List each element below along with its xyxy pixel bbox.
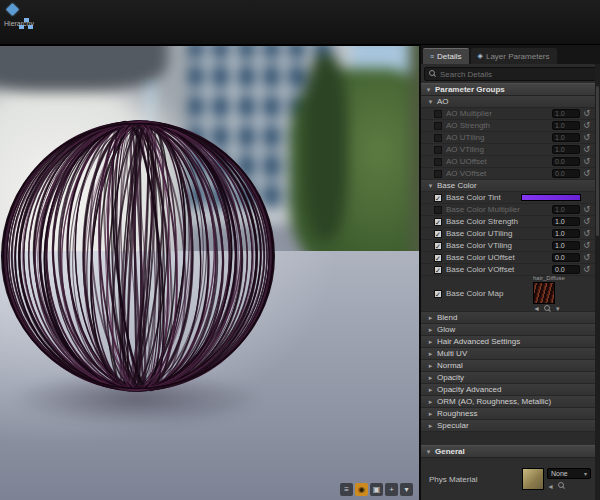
- viewport-toolbar-button-preview[interactable]: ◉: [355, 483, 368, 496]
- viewport-toolbar-button-environment[interactable]: ▣: [370, 483, 383, 496]
- reset-icon[interactable]: ↺: [582, 229, 591, 238]
- phys-material-thumbnail[interactable]: [522, 468, 544, 490]
- chevron-right-icon: ▸: [427, 350, 434, 358]
- chevron-down-icon: ▾: [427, 98, 434, 106]
- value-input[interactable]: 0.0: [552, 253, 580, 262]
- group-header-base-color[interactable]: ▾Base Color: [421, 180, 595, 192]
- group-header-opacity[interactable]: ▸Opacity: [421, 372, 595, 384]
- reset-icon[interactable]: ↺: [582, 265, 591, 274]
- group-header-ao[interactable]: ▾AO: [421, 96, 595, 108]
- reset-icon[interactable]: ↺: [582, 145, 591, 154]
- value-input[interactable]: 0.0: [552, 157, 580, 166]
- reset-icon[interactable]: ↺: [582, 121, 591, 130]
- group-header-glow[interactable]: ▸Glow: [421, 324, 595, 336]
- search-icon: [429, 70, 437, 78]
- override-checkbox[interactable]: [434, 134, 442, 142]
- search-input[interactable]: [440, 70, 592, 79]
- reset-icon[interactable]: ↺: [582, 169, 591, 178]
- override-checkbox[interactable]: [434, 158, 442, 166]
- override-checkbox[interactable]: [434, 206, 442, 214]
- group-label: Blend: [437, 313, 457, 322]
- reset-icon[interactable]: ↺: [582, 157, 591, 166]
- viewport-toolbar-button-stats[interactable]: +: [385, 483, 398, 496]
- value-input[interactable]: 1.0: [552, 241, 580, 250]
- texture-thumbnail[interactable]: [533, 282, 555, 304]
- group-label: Opacity Advanced: [437, 385, 501, 394]
- reset-icon[interactable]: ↺: [582, 205, 591, 214]
- parameter-groups-list: ▾AOAO Multiplier1.0↺AO Strength1.0↺AO UT…: [421, 96, 595, 432]
- override-checkbox[interactable]: ✓: [434, 290, 442, 298]
- viewport-toolbar-button-options[interactable]: ▾: [400, 483, 413, 496]
- group-header-orm-ao-roughness-metallic[interactable]: ▸ORM (AO, Roughness, Metallic): [421, 396, 595, 408]
- value-input[interactable]: 1.0: [552, 229, 580, 238]
- value-input[interactable]: 0.0: [552, 169, 580, 178]
- chevron-down-icon[interactable]: ▾: [556, 305, 560, 312]
- tab-details-label: Details: [437, 52, 461, 61]
- override-checkbox[interactable]: [434, 110, 442, 118]
- value-input[interactable]: 1.0: [552, 205, 580, 214]
- override-checkbox[interactable]: [434, 146, 442, 154]
- details-tab-icon: ≡: [430, 53, 434, 60]
- value-input[interactable]: 1.0: [552, 121, 580, 130]
- hierarchy-button[interactable]: Hierarchy: [0, 18, 38, 27]
- chevron-right-icon: ▸: [427, 374, 434, 382]
- override-checkbox[interactable]: [434, 122, 442, 130]
- override-checkbox[interactable]: ✓: [434, 254, 442, 262]
- section-header-parameter-groups[interactable]: ▾ Parameter Groups: [421, 83, 595, 96]
- group-label: Base Color: [437, 181, 477, 190]
- reset-icon[interactable]: ↺: [582, 241, 591, 250]
- section-title: Parameter Groups: [435, 85, 505, 94]
- use-selected-icon[interactable]: ◄: [547, 483, 554, 490]
- override-checkbox[interactable]: ✓: [434, 194, 442, 202]
- group-header-specular[interactable]: ▸Specular: [421, 420, 595, 432]
- reset-icon[interactable]: ↺: [582, 217, 591, 226]
- browse-asset-icon[interactable]: [544, 305, 552, 313]
- param-label: Base Color UOffset: [446, 253, 552, 262]
- group-header-opacity-advanced[interactable]: ▸Opacity Advanced: [421, 384, 595, 396]
- tab-layer-parameters-label: Layer Parameters: [486, 52, 550, 61]
- value-input[interactable]: 1.0: [552, 145, 580, 154]
- override-checkbox[interactable]: ✓: [434, 218, 442, 226]
- phys-material-value: None: [551, 470, 568, 477]
- param-row-ao-utiling: AO UTiling1.0↺: [421, 132, 595, 144]
- group-header-roughness[interactable]: ▸Roughness: [421, 408, 595, 420]
- phys-material-label: Phys Material: [429, 475, 522, 484]
- scrollbar-thumb[interactable]: [596, 86, 599, 236]
- panel-scrollbar[interactable]: [595, 64, 600, 500]
- param-row-ao-strength: AO Strength1.0↺: [421, 120, 595, 132]
- asset-icon[interactable]: [6, 3, 19, 16]
- value-input[interactable]: 0.0: [552, 265, 580, 274]
- chevron-right-icon: ▸: [427, 410, 434, 418]
- chevron-down-icon: ▾: [425, 86, 432, 94]
- override-checkbox[interactable]: ✓: [434, 266, 442, 274]
- chevron-right-icon: ▸: [427, 362, 434, 370]
- chevron-down-icon: ▾: [427, 182, 434, 190]
- group-header-blend[interactable]: ▸Blend: [421, 312, 595, 324]
- param-row-base-color-tint: ✓Base Color Tint: [421, 192, 595, 204]
- tab-layer-parameters[interactable]: ◈ Layer Parameters: [471, 48, 557, 64]
- override-checkbox[interactable]: [434, 170, 442, 178]
- viewport-3d[interactable]: ≡◉▣+▾: [0, 45, 419, 500]
- override-checkbox[interactable]: ✓: [434, 242, 442, 250]
- browse-asset-icon[interactable]: [558, 482, 566, 490]
- group-header-hair-advanced-settings[interactable]: ▸Hair Advanced Settings: [421, 336, 595, 348]
- value-input[interactable]: 1.0: [552, 217, 580, 226]
- override-checkbox[interactable]: ✓: [434, 230, 442, 238]
- color-swatch[interactable]: [521, 194, 581, 201]
- chevron-right-icon: ▸: [427, 314, 434, 322]
- value-input[interactable]: 1.0: [552, 133, 580, 142]
- value-input[interactable]: 1.0: [552, 109, 580, 118]
- tab-details[interactable]: ≡ Details: [423, 48, 469, 64]
- section-header-general[interactable]: ▾ General: [421, 445, 595, 458]
- group-label: AO: [437, 97, 449, 106]
- param-row-base-color-vtiling: ✓Base Color VTiling1.0↺: [421, 240, 595, 252]
- group-header-normal[interactable]: ▸Normal: [421, 360, 595, 372]
- reset-icon[interactable]: ↺: [582, 133, 591, 142]
- phys-material-dropdown[interactable]: None ▾: [547, 468, 591, 479]
- viewport-toolbar-button-settings[interactable]: ≡: [340, 483, 353, 496]
- param-label: AO Strength: [446, 121, 552, 130]
- reset-icon[interactable]: ↺: [582, 253, 591, 262]
- use-selected-icon[interactable]: ◄: [533, 305, 540, 312]
- group-header-multi-uv[interactable]: ▸Multi UV: [421, 348, 595, 360]
- reset-icon[interactable]: ↺: [582, 109, 591, 118]
